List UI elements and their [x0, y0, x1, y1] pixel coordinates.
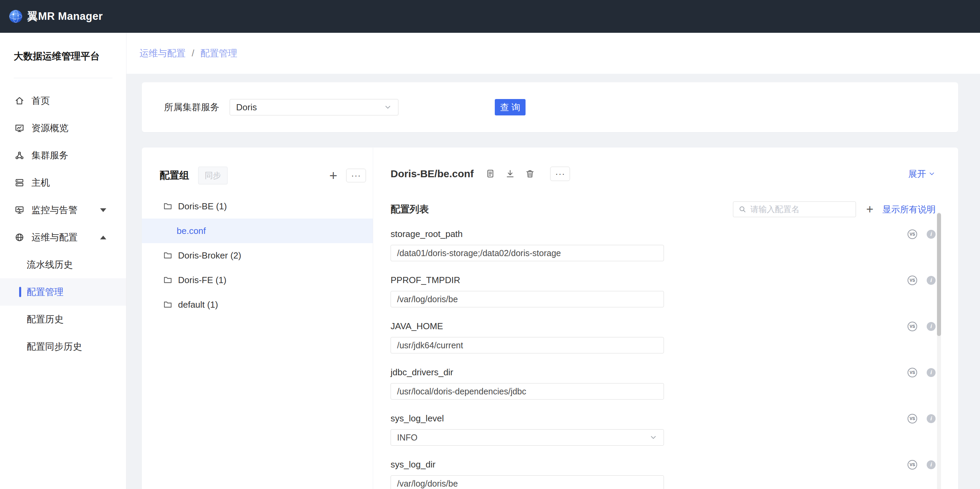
- active-indicator-bar: [19, 287, 21, 297]
- config-groups-panel: 配置组 同步 + ··· Doris-BE (1) be.conf: [142, 148, 373, 489]
- breadcrumb-separator: /: [192, 48, 194, 59]
- download-icon[interactable]: [505, 169, 515, 179]
- sidebar: 大数据运维管理平台 首页 资源概览 集群服务 主机: [0, 33, 126, 489]
- cluster-service-label: 所属集群服务: [164, 101, 220, 113]
- tree-node-default[interactable]: default (1): [142, 292, 373, 317]
- config-field-input[interactable]: [391, 291, 664, 307]
- delete-icon[interactable]: [525, 169, 535, 179]
- tree-node-label: Doris-FE (1): [178, 275, 226, 286]
- cluster-service-select[interactable]: Doris: [230, 99, 398, 116]
- tree-node-doris-broker[interactable]: Doris-Broker (2): [142, 243, 373, 268]
- sidebar-item-label: 运维与配置: [32, 231, 78, 243]
- config-search-input[interactable]: [750, 205, 851, 214]
- sidebar-divider: [14, 78, 113, 78]
- sidebar-subitem-label: 配置同步历史: [27, 340, 82, 353]
- main-area: 运维与配置 / 配置管理 所属集群服务 Doris 查 询 配置组 同步: [126, 0, 980, 489]
- globe-icon: [14, 232, 25, 243]
- app-title: 翼MR Manager: [27, 9, 103, 24]
- server-icon: [14, 178, 25, 188]
- expand-link[interactable]: 展开: [908, 168, 935, 180]
- select-value: Doris: [236, 102, 257, 113]
- version-compare-icon[interactable]: VS: [908, 368, 917, 377]
- sidebar-item-hosts[interactable]: 主机: [0, 169, 126, 196]
- info-icon[interactable]: i: [927, 368, 935, 377]
- copy-file-icon[interactable]: [485, 169, 495, 179]
- breadcrumb: 运维与配置 / 配置管理: [126, 33, 980, 74]
- group-more-button[interactable]: ···: [346, 169, 366, 183]
- config-field-java-home: JAVA_HOME VS i: [391, 321, 935, 353]
- info-icon[interactable]: i: [927, 460, 935, 469]
- config-detail-panel: Doris-BE/be.conf ··· 展: [373, 148, 958, 489]
- tree-node-label: default (1): [178, 300, 218, 310]
- sidebar-item-monitoring-alerts[interactable]: 监控与告警: [0, 196, 126, 224]
- config-field-pprof-tmpdir: PPROF_TMPDIR VS i: [391, 275, 935, 307]
- config-field-input[interactable]: [391, 475, 664, 489]
- sidebar-item-label: 首页: [32, 95, 50, 107]
- folder-icon: [163, 251, 173, 260]
- version-compare-icon[interactable]: VS: [908, 460, 917, 470]
- sidebar-subitem-config-sync-history[interactable]: 配置同步历史: [0, 333, 126, 360]
- tree-node-be-conf[interactable]: be.conf: [142, 219, 373, 243]
- tree-node-doris-fe[interactable]: Doris-FE (1): [142, 268, 373, 292]
- platform-title: 大数据运维管理平台: [0, 33, 126, 63]
- cluster-icon: [14, 150, 25, 160]
- sidebar-item-cluster-services[interactable]: 集群服务: [0, 142, 126, 169]
- config-fields-list: storage_root_path VS i PPROF_TMPDIR: [391, 229, 935, 489]
- dashboard-icon: [14, 123, 25, 133]
- tree-node-label: Doris-Broker (2): [178, 250, 241, 261]
- config-field-label: sys_log_dir: [391, 459, 436, 470]
- breadcrumb-page[interactable]: 配置管理: [200, 47, 237, 59]
- sidebar-subitem-config-history[interactable]: 配置历史: [0, 306, 126, 333]
- config-groups-title: 配置组: [159, 169, 189, 183]
- scrollbar-track[interactable]: [937, 213, 941, 489]
- config-field-label: JAVA_HOME: [391, 321, 443, 332]
- app-logo-icon: [9, 10, 22, 23]
- info-icon[interactable]: i: [927, 322, 935, 331]
- config-field-label: storage_root_path: [391, 229, 463, 240]
- add-config-icon[interactable]: +: [866, 203, 873, 216]
- config-field-input[interactable]: [391, 383, 664, 400]
- config-field-input[interactable]: [391, 337, 664, 353]
- chevron-up-icon: [100, 236, 106, 240]
- version-compare-icon[interactable]: VS: [908, 276, 917, 285]
- add-group-icon[interactable]: +: [329, 169, 337, 183]
- config-field-sys-log-dir: sys_log_dir VS i: [391, 459, 935, 489]
- version-compare-icon[interactable]: VS: [908, 322, 917, 331]
- breadcrumb-section[interactable]: 运维与配置: [139, 47, 186, 59]
- folder-icon: [163, 275, 173, 285]
- sidebar-menu: 首页 资源概览 集群服务 主机 监控与告警: [0, 87, 126, 360]
- show-all-descriptions-link[interactable]: 显示所有说明: [882, 203, 935, 216]
- version-compare-icon[interactable]: VS: [908, 414, 917, 424]
- sidebar-item-label: 集群服务: [32, 149, 68, 162]
- sidebar-item-resource-overview[interactable]: 资源概览: [0, 114, 126, 142]
- info-icon[interactable]: i: [927, 230, 935, 239]
- folder-icon: [163, 300, 173, 310]
- info-icon[interactable]: i: [927, 414, 935, 423]
- config-field-input[interactable]: [391, 245, 664, 261]
- sync-button[interactable]: 同步: [198, 167, 228, 184]
- chevron-down-icon: [100, 208, 106, 212]
- tree-node-doris-be[interactable]: Doris-BE (1): [142, 194, 373, 219]
- config-field-select[interactable]: INFO: [391, 429, 664, 446]
- folder-icon: [163, 202, 173, 211]
- config-field-label: jdbc_drivers_dir: [391, 367, 453, 378]
- config-field-label: sys_log_level: [391, 413, 444, 424]
- sidebar-item-ops-config[interactable]: 运维与配置: [0, 224, 126, 251]
- detail-more-button[interactable]: ···: [550, 167, 570, 181]
- sidebar-subitem-label: 流水线历史: [27, 259, 73, 271]
- sidebar-subitem-pipeline-history[interactable]: 流水线历史: [0, 251, 126, 278]
- info-icon[interactable]: i: [927, 276, 935, 285]
- query-button[interactable]: 查 询: [495, 99, 525, 116]
- sidebar-item-home[interactable]: 首页: [0, 87, 126, 114]
- config-field-jdbc-drivers-dir: jdbc_drivers_dir VS i: [391, 367, 935, 400]
- sidebar-subitem-config-management[interactable]: 配置管理: [0, 278, 126, 306]
- version-compare-icon[interactable]: VS: [908, 229, 917, 239]
- monitor-alert-icon: [14, 205, 25, 215]
- content-area: 所属集群服务 Doris 查 询 配置组 同步 + ···: [126, 74, 980, 489]
- config-field-storage-root-path: storage_root_path VS i: [391, 229, 935, 261]
- config-search-box: [733, 202, 856, 217]
- sidebar-item-label: 资源概览: [32, 122, 68, 134]
- config-card: 配置组 同步 + ··· Doris-BE (1) be.conf: [142, 148, 958, 489]
- scrollbar-thumb[interactable]: [937, 213, 941, 336]
- chevron-down-icon: [384, 103, 392, 111]
